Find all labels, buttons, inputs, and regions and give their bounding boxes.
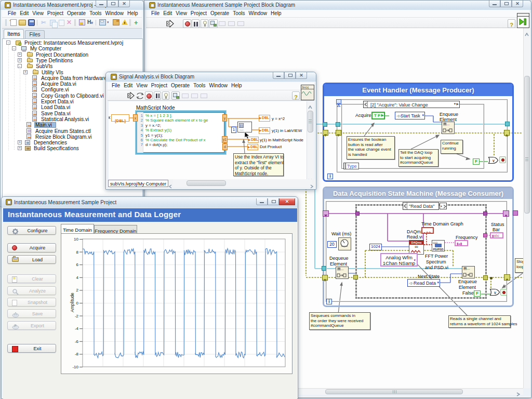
svg-text:∨: ∨: [492, 158, 495, 163]
svg-text:∨: ∨: [494, 290, 497, 295]
